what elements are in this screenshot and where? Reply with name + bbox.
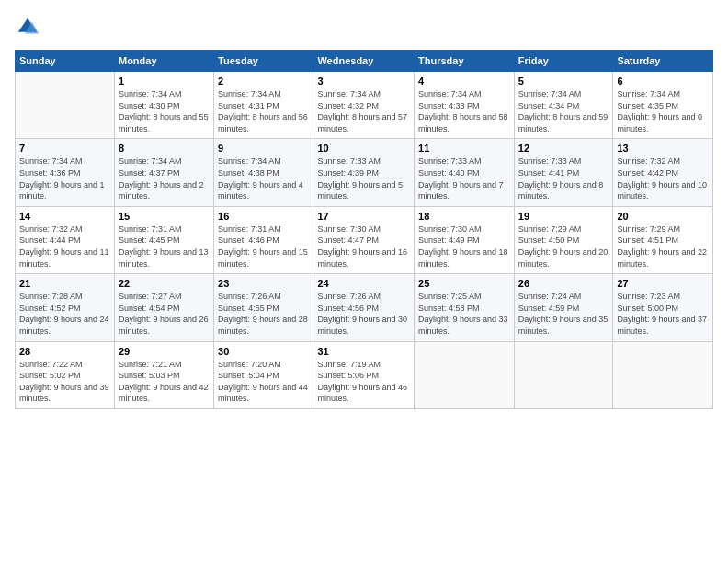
day-cell: 12Sunrise: 7:33 AMSunset: 4:41 PMDayligh… xyxy=(514,139,613,206)
day-cell: 22Sunrise: 7:27 AMSunset: 4:54 PMDayligh… xyxy=(114,274,213,341)
day-number: 20 xyxy=(617,211,709,222)
header xyxy=(15,15,713,40)
week-row-2: 7Sunrise: 7:34 AMSunset: 4:36 PMDaylight… xyxy=(16,139,713,206)
day-cell: 13Sunrise: 7:32 AMSunset: 4:42 PMDayligh… xyxy=(613,139,713,206)
day-cell: 10Sunrise: 7:33 AMSunset: 4:39 PMDayligh… xyxy=(313,139,415,206)
day-cell: 9Sunrise: 7:34 AMSunset: 4:38 PMDaylight… xyxy=(214,139,313,206)
day-number: 7 xyxy=(19,143,110,154)
day-info: Sunrise: 7:32 AMSunset: 4:42 PMDaylight:… xyxy=(617,155,709,201)
day-info: Sunrise: 7:23 AMSunset: 5:00 PMDaylight:… xyxy=(617,291,709,337)
day-number: 21 xyxy=(19,278,110,289)
day-number: 2 xyxy=(218,75,309,86)
day-info: Sunrise: 7:19 AMSunset: 5:06 PMDaylight:… xyxy=(317,359,410,405)
day-info: Sunrise: 7:33 AMSunset: 4:40 PMDaylight:… xyxy=(418,155,510,201)
day-cell: 15Sunrise: 7:31 AMSunset: 4:45 PMDayligh… xyxy=(114,206,213,273)
day-cell: 7Sunrise: 7:34 AMSunset: 4:36 PMDaylight… xyxy=(16,139,115,206)
day-info: Sunrise: 7:33 AMSunset: 4:41 PMDaylight:… xyxy=(518,155,609,201)
calendar-page: SundayMondayTuesdayWednesdayThursdayFrid… xyxy=(0,0,728,563)
day-info: Sunrise: 7:24 AMSunset: 4:59 PMDaylight:… xyxy=(518,291,609,337)
day-info: Sunrise: 7:20 AMSunset: 5:04 PMDaylight:… xyxy=(218,359,309,405)
day-info: Sunrise: 7:28 AMSunset: 4:52 PMDaylight:… xyxy=(19,291,110,337)
day-cell: 4Sunrise: 7:34 AMSunset: 4:33 PMDaylight… xyxy=(415,72,515,139)
day-cell: 24Sunrise: 7:26 AMSunset: 4:56 PMDayligh… xyxy=(313,274,415,341)
day-number: 31 xyxy=(317,346,410,357)
day-number: 28 xyxy=(19,346,110,357)
week-row-3: 14Sunrise: 7:32 AMSunset: 4:44 PMDayligh… xyxy=(16,206,713,273)
week-row-5: 28Sunrise: 7:22 AMSunset: 5:02 PMDayligh… xyxy=(16,341,713,408)
day-cell: 20Sunrise: 7:29 AMSunset: 4:51 PMDayligh… xyxy=(613,206,713,273)
day-info: Sunrise: 7:34 AMSunset: 4:30 PMDaylight:… xyxy=(119,88,210,134)
day-cell: 31Sunrise: 7:19 AMSunset: 5:06 PMDayligh… xyxy=(313,341,415,408)
day-cell: 21Sunrise: 7:28 AMSunset: 4:52 PMDayligh… xyxy=(16,274,115,341)
logo-icon xyxy=(15,15,40,40)
weekday-header-sunday: Sunday xyxy=(16,51,115,72)
day-number: 8 xyxy=(119,143,210,154)
day-info: Sunrise: 7:29 AMSunset: 4:51 PMDaylight:… xyxy=(617,224,709,270)
day-cell: 11Sunrise: 7:33 AMSunset: 4:40 PMDayligh… xyxy=(415,139,515,206)
day-number: 18 xyxy=(418,211,510,222)
day-cell xyxy=(514,341,613,408)
day-number: 19 xyxy=(518,211,609,222)
day-cell: 1Sunrise: 7:34 AMSunset: 4:30 PMDaylight… xyxy=(114,72,213,139)
day-cell: 26Sunrise: 7:24 AMSunset: 4:59 PMDayligh… xyxy=(514,274,613,341)
day-cell: 28Sunrise: 7:22 AMSunset: 5:02 PMDayligh… xyxy=(16,341,115,408)
day-cell: 8Sunrise: 7:34 AMSunset: 4:37 PMDaylight… xyxy=(114,139,213,206)
day-cell: 16Sunrise: 7:31 AMSunset: 4:46 PMDayligh… xyxy=(214,206,313,273)
day-number: 6 xyxy=(617,75,709,86)
day-info: Sunrise: 7:34 AMSunset: 4:37 PMDaylight:… xyxy=(119,155,210,201)
logo xyxy=(15,15,44,40)
day-cell: 6Sunrise: 7:34 AMSunset: 4:35 PMDaylight… xyxy=(613,72,713,139)
day-number: 5 xyxy=(518,75,609,86)
day-cell: 23Sunrise: 7:26 AMSunset: 4:55 PMDayligh… xyxy=(214,274,313,341)
day-number: 13 xyxy=(617,143,709,154)
day-info: Sunrise: 7:32 AMSunset: 4:44 PMDaylight:… xyxy=(19,224,110,270)
day-number: 4 xyxy=(418,75,510,86)
day-info: Sunrise: 7:30 AMSunset: 4:49 PMDaylight:… xyxy=(418,224,510,270)
day-info: Sunrise: 7:34 AMSunset: 4:38 PMDaylight:… xyxy=(218,155,309,201)
day-info: Sunrise: 7:34 AMSunset: 4:33 PMDaylight:… xyxy=(418,88,510,134)
day-info: Sunrise: 7:34 AMSunset: 4:32 PMDaylight:… xyxy=(317,88,410,134)
weekday-header-row: SundayMondayTuesdayWednesdayThursdayFrid… xyxy=(16,51,713,72)
day-number: 3 xyxy=(317,75,410,86)
weekday-header-wednesday: Wednesday xyxy=(313,51,415,72)
day-info: Sunrise: 7:34 AMSunset: 4:35 PMDaylight:… xyxy=(617,88,709,134)
day-number: 22 xyxy=(119,278,210,289)
day-number: 12 xyxy=(518,143,609,154)
day-info: Sunrise: 7:22 AMSunset: 5:02 PMDaylight:… xyxy=(19,359,110,405)
weekday-header-saturday: Saturday xyxy=(613,51,713,72)
day-number: 26 xyxy=(518,278,609,289)
day-info: Sunrise: 7:25 AMSunset: 4:58 PMDaylight:… xyxy=(418,291,510,337)
day-info: Sunrise: 7:21 AMSunset: 5:03 PMDaylight:… xyxy=(119,359,210,405)
day-cell: 2Sunrise: 7:34 AMSunset: 4:31 PMDaylight… xyxy=(214,72,313,139)
day-cell: 25Sunrise: 7:25 AMSunset: 4:58 PMDayligh… xyxy=(415,274,515,341)
day-info: Sunrise: 7:26 AMSunset: 4:55 PMDaylight:… xyxy=(218,291,309,337)
day-cell xyxy=(16,72,115,139)
day-number: 24 xyxy=(317,278,410,289)
day-info: Sunrise: 7:30 AMSunset: 4:47 PMDaylight:… xyxy=(317,224,410,270)
day-info: Sunrise: 7:31 AMSunset: 4:46 PMDaylight:… xyxy=(218,224,309,270)
day-number: 1 xyxy=(119,75,210,86)
day-cell: 5Sunrise: 7:34 AMSunset: 4:34 PMDaylight… xyxy=(514,72,613,139)
day-cell xyxy=(613,341,713,408)
day-info: Sunrise: 7:27 AMSunset: 4:54 PMDaylight:… xyxy=(119,291,210,337)
day-cell: 14Sunrise: 7:32 AMSunset: 4:44 PMDayligh… xyxy=(16,206,115,273)
calendar-table: SundayMondayTuesdayWednesdayThursdayFrid… xyxy=(15,50,713,409)
day-cell: 18Sunrise: 7:30 AMSunset: 4:49 PMDayligh… xyxy=(415,206,515,273)
day-info: Sunrise: 7:29 AMSunset: 4:50 PMDaylight:… xyxy=(518,224,609,270)
day-number: 15 xyxy=(119,211,210,222)
day-cell: 19Sunrise: 7:29 AMSunset: 4:50 PMDayligh… xyxy=(514,206,613,273)
day-cell: 30Sunrise: 7:20 AMSunset: 5:04 PMDayligh… xyxy=(214,341,313,408)
day-info: Sunrise: 7:34 AMSunset: 4:36 PMDaylight:… xyxy=(19,155,110,201)
day-cell: 17Sunrise: 7:30 AMSunset: 4:47 PMDayligh… xyxy=(313,206,415,273)
day-number: 16 xyxy=(218,211,309,222)
day-number: 11 xyxy=(418,143,510,154)
day-cell: 27Sunrise: 7:23 AMSunset: 5:00 PMDayligh… xyxy=(613,274,713,341)
week-row-1: 1Sunrise: 7:34 AMSunset: 4:30 PMDaylight… xyxy=(16,72,713,139)
day-number: 30 xyxy=(218,346,309,357)
day-info: Sunrise: 7:31 AMSunset: 4:45 PMDaylight:… xyxy=(119,224,210,270)
day-cell: 29Sunrise: 7:21 AMSunset: 5:03 PMDayligh… xyxy=(114,341,213,408)
day-info: Sunrise: 7:26 AMSunset: 4:56 PMDaylight:… xyxy=(317,291,410,337)
day-cell: 3Sunrise: 7:34 AMSunset: 4:32 PMDaylight… xyxy=(313,72,415,139)
day-number: 23 xyxy=(218,278,309,289)
weekday-header-tuesday: Tuesday xyxy=(214,51,313,72)
